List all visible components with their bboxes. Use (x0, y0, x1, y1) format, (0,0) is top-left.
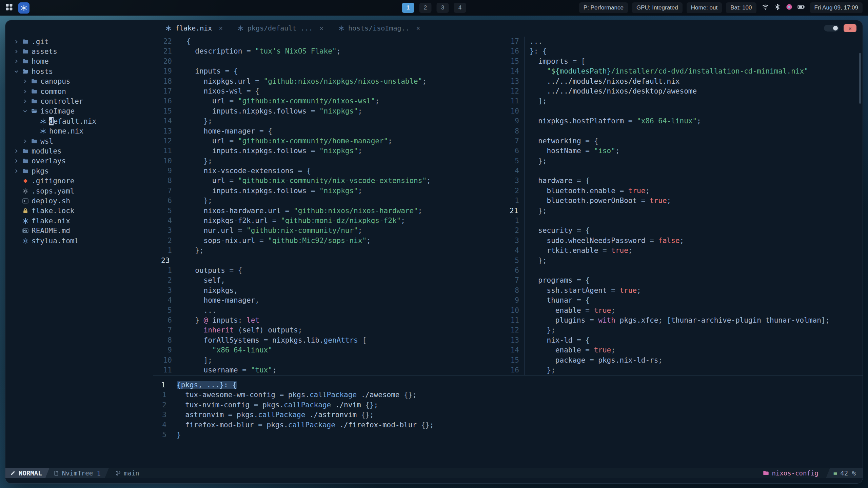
system-tray (761, 3, 806, 12)
code-line: 22{ (161, 37, 506, 46)
code-line: 8 forAllSystems = nixpkgs.lib.genAttrs [ (161, 336, 506, 345)
tree-item-git[interactable]: .git (5, 37, 153, 46)
wifi-icon[interactable] (762, 3, 769, 12)
code-line: 3 nixpkgs, (161, 286, 506, 296)
tree-item-isoimage[interactable]: isoImage (5, 106, 153, 116)
tree-item-pkgs[interactable]: pkgs (5, 166, 153, 176)
line-number: 1 (161, 246, 172, 256)
workspace-button-3[interactable]: 3 (437, 3, 449, 13)
window-close-button[interactable]: ✕ (844, 24, 856, 32)
scrollbar-thumb[interactable] (859, 53, 861, 104)
code-line: 8 ssh.startAgent = true; (510, 286, 863, 296)
workspace-button-2[interactable]: 2 (419, 3, 432, 13)
code-line: 19 inputs = { (161, 66, 506, 76)
code-line: 13 home-manager = { (161, 126, 506, 136)
workspace-button-1[interactable]: 1 (402, 3, 414, 13)
code-line: 2 tux-nvim-config = pkgs.callPackage ./n… (161, 400, 863, 410)
tab-pkgs-default[interactable]: pkgs/default ...× (230, 20, 331, 36)
tree-item-home[interactable]: home (5, 57, 153, 66)
tree-item-canopus[interactable]: canopus (5, 77, 153, 86)
tree-item-label: canopus (40, 77, 71, 85)
tree-item-label: isoImage (40, 107, 75, 115)
code-line: 16}: { (510, 46, 863, 56)
tree-item-deploy-sh[interactable]: deploy.sh (5, 196, 153, 206)
line-number: 11 (161, 365, 172, 375)
code-line: 6 (510, 266, 863, 276)
command-line[interactable] (5, 478, 863, 483)
code-line: 9 nixpkgs.hostPlatform = "x86_64-linux"; (510, 116, 863, 126)
editor-pane-iso-default-nix[interactable]: 17...16}: {15 imports = [14 "${modulesPa… (506, 37, 863, 375)
tab-close-icon[interactable]: × (219, 24, 222, 32)
tab-hosts-isoimag[interactable]: hosts/isoImag..× (331, 20, 428, 36)
tree-item-wsl[interactable]: wsl (5, 136, 153, 146)
workspace-button-4[interactable]: 4 (454, 3, 466, 13)
line-number: 12 (161, 136, 172, 146)
line-number: 14 (510, 66, 519, 76)
nix-app-icon[interactable] (18, 2, 29, 14)
tab-close-icon[interactable]: × (319, 24, 323, 32)
code-line: 12 ../../modules/nixos/desktop/awesome (510, 86, 863, 96)
tree-item-default-nix[interactable]: default.nix (5, 116, 153, 126)
line-number: 17 (510, 37, 519, 46)
code-text: bluetooth.powerOnBoot = true; (525, 196, 863, 206)
code-line: 9 "x86_64-linux" (161, 345, 506, 355)
line-number: 2 (161, 236, 172, 246)
code-text: tux-awesome-wm-config = pkgs.callPackage… (177, 390, 417, 400)
editor-pane-pkgs-default-nix[interactable]: 1{pkgs, ...}: {1 tux-awesome-wm-config =… (153, 375, 863, 468)
line-number: 14 (510, 345, 519, 355)
tree-item-home-nix[interactable]: home.nix (5, 126, 153, 136)
code-text: nixos-wsl = { (186, 86, 259, 96)
tree-item-flake-nix[interactable]: flake.nix (5, 216, 153, 226)
tree-item-hosts[interactable]: hosts (5, 66, 153, 76)
tree-item-overlays[interactable]: overlays (5, 156, 153, 166)
tree-item-stylua-toml[interactable]: stylua.toml (5, 236, 153, 246)
code-line: 9 thunar = { (510, 296, 863, 305)
code-line: 14 "${modulesPath}/installer/cd-dvd/inst… (510, 66, 863, 76)
line-number: 3 (161, 410, 166, 420)
editor-content: .gitassetshomehostscanopuscommoncontroll… (5, 36, 863, 468)
line-number: 8 (510, 126, 519, 136)
tree-item-common[interactable]: common (5, 86, 153, 96)
tree-item-label: .sops.yaml (32, 187, 74, 195)
line-number: 1 (510, 196, 519, 206)
code-text: plugins = with pkgs.xfce; [thunar-archiv… (525, 316, 863, 325)
code-line: 7 inputs.nixpkgs.follows = "nixpkgs"; (161, 186, 506, 196)
line-number: 4 (510, 166, 519, 176)
code-text: nixpkgs.hostPlatform = "x86_64-linux"; (525, 116, 863, 126)
line-number: 2 (510, 186, 519, 196)
code-text: ... (186, 306, 217, 316)
line-number: 7 (510, 136, 519, 146)
tree-item-gitignore[interactable]: .gitignore (5, 176, 153, 186)
line-number: 5 (510, 256, 519, 266)
tree-cursor: d (49, 117, 54, 125)
tab-flake-nix[interactable]: flake.nix× (158, 20, 230, 36)
bluetooth-icon[interactable] (774, 3, 781, 12)
clock: Fri Aug 09, 17:09 (810, 2, 863, 13)
tree-item-assets[interactable]: assets (5, 46, 153, 56)
apps-grid-icon[interactable] (5, 3, 13, 13)
tree-item-readme-md[interactable]: README.md (5, 226, 153, 236)
theme-dot-icon[interactable] (786, 3, 793, 12)
topbar-left (5, 2, 29, 14)
tree-item-controller[interactable]: controller (5, 96, 153, 106)
editor-pane-flake-nix[interactable]: 22{21 description = "tux's NixOS Flake";… (153, 37, 506, 375)
tree-item-label: README.md (32, 227, 70, 235)
battery-icon[interactable] (797, 3, 805, 12)
tree-item-label: pkgs (32, 167, 49, 175)
code-line: 23 (161, 256, 506, 266)
tab-close-icon[interactable]: × (416, 24, 420, 32)
line-number: 21 (161, 46, 172, 56)
code-line: 2 security = { (510, 226, 863, 236)
tree-item-flake-lock[interactable]: flake.lock (5, 206, 153, 216)
code-text: ... (525, 37, 863, 46)
folder-open-icon (22, 68, 28, 75)
buffer-name: NvimTree_1 (45, 468, 109, 478)
tree-item-sops-yaml[interactable]: .sops.yaml (5, 186, 153, 196)
line-number: 19 (161, 66, 172, 76)
code-line: 4 firefox-mod-blur = pkgs.callPackage ./… (161, 420, 863, 430)
tree-item-label: assets (32, 47, 57, 56)
tree-item-modules[interactable]: modules (5, 146, 153, 156)
code-line: 1 (510, 216, 863, 226)
code-line: 8 (510, 126, 863, 136)
opacity-toggle[interactable] (824, 25, 839, 32)
